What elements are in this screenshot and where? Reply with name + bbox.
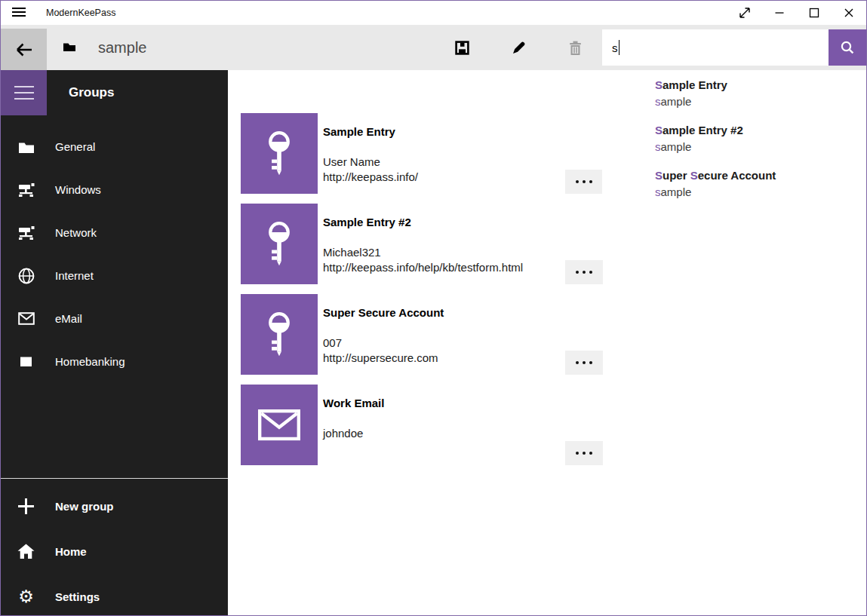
entry-title: Sample Entry #2 [323,215,561,229]
back-arrow-icon [14,41,34,59]
save-icon [454,40,470,56]
delete-button[interactable] [556,25,594,70]
entry-more-button[interactable] [565,351,603,375]
entry-url: http://keepass.info/ [323,170,561,185]
entry-tile [241,294,318,375]
command-bar: sample s [1,25,866,70]
entry-username: User Name [323,155,561,170]
sidebar-item-label: Home [55,545,87,558]
entry-row[interactable]: Sample Entry #2 Michael321 http://keepas… [241,204,603,284]
sidebar-item-label: Network [55,226,97,239]
plus-icon [17,498,35,515]
entry-title: Sample Entry [323,124,561,139]
delete-trash-icon [567,40,583,56]
entry-tile [241,113,318,194]
close-icon [841,5,856,20]
entry-title: Super Secure Account [323,305,561,320]
entry-username: johndoe [323,426,561,441]
close-button[interactable] [832,1,866,25]
gear-icon: ⚙ [17,588,35,605]
save-button[interactable] [443,25,481,70]
suggestion-title: Sample Entry #2 [655,121,865,139]
entry-title: Work Email [323,396,561,410]
key-icon [262,130,297,178]
search-query-text: s [612,41,618,54]
sidebar-item-network[interactable]: Network [1,211,228,254]
sidebar-item-homebanking[interactable]: Homebanking [1,340,228,383]
suggestion-item[interactable]: Sample Entry sample [655,76,865,111]
key-icon [262,220,297,268]
sidebar-item-label: General [55,140,95,153]
sidebar: Groups General Windows [1,70,228,615]
network-icon [17,224,35,241]
entry-text: Sample Entry User Name http://keepass.in… [323,113,561,185]
entry-text: Sample Entry #2 Michael321 http://keepas… [323,204,561,275]
app-window: ModernKeePass [0,0,867,616]
sidebar-item-internet[interactable]: Internet [1,254,228,297]
suggestion-subtitle: sample [655,93,865,109]
entry-list: Sample Entry User Name http://keepass.in… [241,113,603,475]
entry-row[interactable]: Super Secure Account 007 http://supersec… [241,294,603,375]
entry-more-button[interactable] [565,260,603,284]
entry-row[interactable]: Sample Entry User Name http://keepass.in… [241,113,603,194]
app-title: ModernKeePass [46,1,115,25]
entry-username: 007 [323,336,561,351]
suggestion-subtitle: sample [655,139,865,155]
entry-more-button[interactable] [565,441,603,465]
suggestion-item[interactable]: Sample Entry #2 sample [655,121,865,156]
home-button[interactable]: Home [1,529,228,574]
sidebar-item-label: Windows [55,183,101,196]
sidebar-item-label: Homebanking [55,355,125,368]
minimize-button[interactable] [762,1,797,25]
homebanking-icon [17,353,35,370]
edit-button[interactable] [500,25,537,70]
search-icon [840,40,855,55]
envelope-icon [17,310,35,327]
back-button[interactable] [1,29,47,70]
sidebar-footer: New group Home ⚙ Settings [1,478,228,615]
email-icon [258,409,300,441]
globe-icon [17,267,35,284]
sidebar-item-label: New group [55,500,114,513]
sidebar-item-general[interactable]: General [1,125,228,168]
entry-username: Michael321 [323,245,561,260]
network-icon [17,181,35,198]
sidebar-item-label: Internet [55,269,94,282]
key-icon [262,311,297,359]
group-list: General Windows [1,125,228,383]
folder-icon [17,138,35,155]
suggestion-title: Sample Entry [655,76,865,93]
entry-tile [241,204,318,284]
titlebar: ModernKeePass [1,1,866,25]
new-group-button[interactable]: New group [1,483,228,529]
groups-header: Groups [69,70,114,115]
text-caret [619,40,620,55]
search-input[interactable]: s [602,29,829,66]
entry-url: http://keepass.info/help/kb/testform.htm… [323,260,561,275]
maximize-button[interactable] [797,1,832,25]
fullscreen-button[interactable] [727,1,762,25]
entry-row[interactable]: Work Email johndoe [241,385,603,465]
maximize-icon [807,5,822,20]
minimize-icon [772,5,787,20]
database-name: sample [98,25,146,70]
suggestion-subtitle: sample [655,184,865,200]
edit-pencil-icon [511,40,527,56]
search-button[interactable] [829,29,866,66]
sidebar-item-label: eMail [55,312,82,325]
settings-button[interactable]: ⚙ Settings [1,574,228,616]
fullscreen-icon [737,5,752,20]
entry-url: http://supersecure.com [323,351,561,366]
sidebar-item-label: Settings [55,590,100,603]
database-icon [63,41,76,52]
search-suggestions: Sample Entry sample Sample Entry #2 samp… [602,70,865,222]
window-controls [727,1,866,25]
entry-more-button[interactable] [565,170,603,194]
suggestion-item[interactable]: Super Secure Account sample [655,167,865,201]
sidebar-item-windows[interactable]: Windows [1,168,228,211]
titlebar-hamburger-icon[interactable] [12,8,26,17]
sidebar-item-email[interactable]: eMail [1,297,228,340]
entry-text: Super Secure Account 007 http://supersec… [323,294,561,366]
sidebar-hamburger-button[interactable] [1,70,47,115]
entry-tile [241,385,318,465]
